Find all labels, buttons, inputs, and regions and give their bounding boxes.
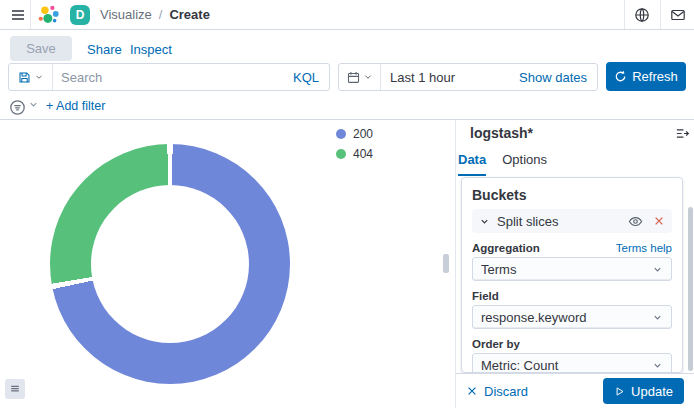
legend-item[interactable]: 200 xyxy=(336,127,373,141)
discard-label: Discard xyxy=(484,384,528,399)
search-input[interactable] xyxy=(53,64,283,90)
filter-bar: + Add filter xyxy=(0,94,694,120)
legend-toggle-button[interactable] xyxy=(5,379,25,399)
calendar-icon xyxy=(347,71,360,84)
update-button[interactable]: Update xyxy=(603,378,684,404)
breadcrumb-current: Create xyxy=(169,7,209,22)
field-select[interactable]: response.keyword xyxy=(472,305,672,329)
panel-scrollbar[interactable] xyxy=(688,207,693,371)
breadcrumb-separator: / xyxy=(159,7,163,22)
query-bar: KQL xyxy=(8,63,330,91)
update-label: Update xyxy=(631,384,673,399)
query-language-button[interactable]: KQL xyxy=(283,70,329,85)
panel-resize-handle[interactable] xyxy=(443,254,449,273)
aggregation-label-row: Aggregation Terms help xyxy=(472,242,672,254)
order-by-value: Metric: Count xyxy=(481,358,652,373)
order-by-select[interactable]: Metric: Count xyxy=(472,353,672,373)
header-divider xyxy=(624,0,625,29)
order-by-label-row: Order by xyxy=(472,338,672,350)
save-query-icon xyxy=(18,71,31,84)
chevron-down-icon xyxy=(652,264,663,275)
legend-label: 200 xyxy=(353,127,373,141)
refresh-icon xyxy=(614,70,627,83)
split-slices-label[interactable]: Split slices xyxy=(497,214,628,229)
globe-icon[interactable] xyxy=(630,0,654,29)
refresh-button[interactable]: Refresh xyxy=(606,62,686,91)
panel-divider xyxy=(455,120,456,408)
panel-tabs: Data Options xyxy=(458,152,547,176)
breadcrumb: Visualize / Create xyxy=(100,0,210,29)
breadcrumb-section[interactable]: Visualize xyxy=(100,7,152,22)
field-label-row: Field xyxy=(472,290,672,302)
chevron-down-icon xyxy=(652,360,663,371)
add-filter-button[interactable]: + Add filter xyxy=(46,99,105,113)
chart-legend: 200404 xyxy=(336,127,373,161)
collapse-panel-icon[interactable] xyxy=(672,123,692,143)
top-header: D Visualize / Create xyxy=(0,0,694,30)
elastic-logo[interactable] xyxy=(37,3,61,27)
tab-data[interactable]: Data xyxy=(458,152,486,176)
field-label: Field xyxy=(472,290,499,302)
aggregation-label: Aggregation xyxy=(472,242,540,254)
donut-hole xyxy=(91,185,249,343)
split-slices-row: Split slices xyxy=(472,209,672,233)
share-button[interactable]: Share xyxy=(87,42,122,57)
show-dates-button[interactable]: Show dates xyxy=(509,70,597,85)
aggregation-select[interactable]: Terms xyxy=(472,257,672,281)
legend-toggle-icon xyxy=(9,383,21,395)
inspect-button[interactable]: Inspect xyxy=(130,42,172,57)
chevron-down-icon xyxy=(363,72,373,82)
filter-icon[interactable] xyxy=(8,98,26,116)
date-picker: Last 1 hour Show dates xyxy=(338,63,598,91)
menu-icon[interactable] xyxy=(6,0,30,29)
field-value: response.keyword xyxy=(481,310,652,325)
aggregation-value: Terms xyxy=(481,262,652,277)
mail-icon[interactable] xyxy=(666,0,690,29)
chevron-down-icon xyxy=(652,312,663,323)
legend-swatch-icon xyxy=(336,129,346,139)
discard-button[interactable]: Discard xyxy=(466,384,528,399)
refresh-label: Refresh xyxy=(632,69,678,84)
space-badge[interactable]: D xyxy=(70,5,90,25)
legend-label: 404 xyxy=(353,147,373,161)
eye-icon[interactable] xyxy=(628,214,643,229)
play-icon xyxy=(614,386,625,397)
time-quick-select-button[interactable] xyxy=(339,64,381,90)
header-divider xyxy=(30,0,31,29)
terms-help-link[interactable]: Terms help xyxy=(616,242,672,254)
legend-swatch-icon xyxy=(336,149,346,159)
time-range-value[interactable]: Last 1 hour xyxy=(381,70,509,85)
panel-footer: Discard Update xyxy=(456,373,694,408)
buckets-card: Buckets Split slices Aggregation Terms h… xyxy=(461,177,683,373)
header-divider xyxy=(660,0,661,29)
buckets-title: Buckets xyxy=(472,187,672,203)
close-x-icon xyxy=(466,385,478,397)
chevron-down-icon[interactable] xyxy=(28,99,39,110)
chevron-down-icon xyxy=(34,72,44,82)
order-by-label: Order by xyxy=(472,338,520,350)
saved-query-menu-button[interactable] xyxy=(9,64,53,90)
legend-item[interactable]: 404 xyxy=(336,147,373,161)
save-button[interactable]: Save xyxy=(10,36,72,61)
kibana-visualize-app: D Visualize / Create Save Share Inspect xyxy=(0,0,694,408)
index-pattern-title: logstash* xyxy=(470,125,533,141)
chevron-down-icon[interactable] xyxy=(479,216,490,227)
remove-x-icon[interactable] xyxy=(653,215,665,227)
tab-options[interactable]: Options xyxy=(502,152,547,176)
